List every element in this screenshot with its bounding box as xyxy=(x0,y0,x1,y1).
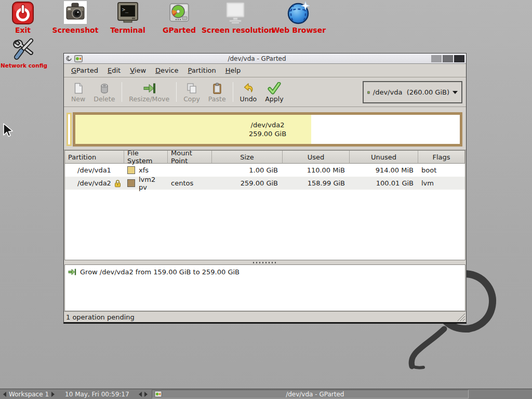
desktop-icon-label: Screen resolution xyxy=(202,26,269,34)
unused-value: 100.01 GiB xyxy=(350,177,418,190)
new-button[interactable]: New xyxy=(67,78,89,105)
menu-partition[interactable]: Partition xyxy=(184,65,220,76)
used-value: 110.00 MiB xyxy=(283,164,350,177)
operation-item[interactable]: Grow /dev/vda2 from 159.00 GiB to 259.00… xyxy=(68,268,462,276)
desktop-icon-network-config[interactable]: Network config xyxy=(0,37,58,69)
taskbar-window-button[interactable]: /dev/vda - GParted xyxy=(152,390,469,398)
partition-visual-label: /dev/vda2 xyxy=(251,121,285,129)
device-disk-icon xyxy=(367,87,370,98)
paste-icon xyxy=(211,82,223,95)
workspace-next-icon[interactable] xyxy=(51,392,55,397)
menu-help[interactable]: Help xyxy=(221,65,245,76)
filesystem-color-swatch xyxy=(127,166,135,174)
menu-device[interactable]: Device xyxy=(151,65,182,76)
undo-button[interactable]: Undo xyxy=(236,78,261,105)
maximize-button[interactable] xyxy=(443,55,453,62)
window-menu-spiral-icon[interactable] xyxy=(65,55,72,62)
camera-icon xyxy=(64,1,87,25)
disk-visual-area: /dev/vda2 259.00 GiB xyxy=(64,107,466,150)
table-row-vda2[interactable]: /dev/vda2 lvm2 pv centos 259.00 GiB 158.… xyxy=(65,177,465,190)
delete-button[interactable]: Delete xyxy=(89,78,119,105)
pending-operations-panel: Grow /dev/vda2 from 159.00 GiB to 259.00… xyxy=(64,264,466,311)
column-header-size[interactable]: Size xyxy=(212,151,283,164)
titlebar[interactable]: /dev/vda - GParted xyxy=(64,54,466,64)
menu-gparted[interactable]: GParted xyxy=(67,65,102,76)
terminal-icon: >_ xyxy=(116,1,139,25)
partition-visual-vda1[interactable] xyxy=(66,113,72,146)
toolbar-separator xyxy=(233,82,233,102)
filesystem-name: xfs xyxy=(139,166,149,174)
grow-operation-icon xyxy=(68,268,76,276)
statusbar: 1 operation pending xyxy=(64,311,466,322)
taskbar-window-title: /dev/vda - GParted xyxy=(164,391,466,398)
size-value: 259.00 GiB xyxy=(212,177,283,190)
desktop-icon-screen-resolution[interactable]: Screen resolution xyxy=(202,1,269,34)
splitter-grip-dots xyxy=(253,262,277,263)
menubar: GParted Edit View Device Partition Help xyxy=(64,64,466,77)
chevron-down-icon xyxy=(453,91,458,94)
window-title: /dev/vda - GParted xyxy=(85,55,429,62)
clock: 10 May, Fri 00:59:17 xyxy=(65,391,129,398)
size-value: 1.00 GiB xyxy=(212,164,283,177)
column-header-unused[interactable]: Unused xyxy=(350,151,418,164)
new-partition-icon xyxy=(72,82,85,95)
partition-visual-size: 259.00 GiB xyxy=(249,129,286,138)
table-row-vda1[interactable]: /dev/vda1 xfs 1.00 GiB 110.00 MiB 914.00… xyxy=(65,164,465,177)
paste-button[interactable]: Paste xyxy=(204,78,230,105)
partition-name: /dev/vda2 xyxy=(77,179,111,187)
operation-text: Grow /dev/vda2 from 159.00 GiB to 259.00… xyxy=(80,268,240,276)
toolbar-separator xyxy=(122,82,122,102)
taskbar: Workspace 1 10 May, Fri 00:59:17 /dev/vd… xyxy=(0,389,532,399)
exit-power-icon xyxy=(11,1,34,25)
apply-checkmark-icon xyxy=(268,82,281,95)
column-header-filesystem[interactable]: File System xyxy=(124,151,168,164)
gparted-disk-icon xyxy=(168,1,191,25)
device-combo-label: /dev/vda (260.00 GiB) xyxy=(373,88,449,96)
pane-splitter[interactable] xyxy=(64,260,466,264)
mouse-cursor xyxy=(2,123,14,138)
workspace-label[interactable]: Workspace 1 xyxy=(9,391,49,398)
column-header-flags[interactable]: Flags xyxy=(418,151,465,164)
resize-move-button[interactable]: Resize/Move xyxy=(125,78,174,105)
resize-grip[interactable] xyxy=(457,313,466,322)
apply-button[interactable]: Apply xyxy=(261,78,287,105)
tasklist-prev-icon[interactable] xyxy=(139,392,142,397)
undo-icon xyxy=(242,82,255,95)
copy-button[interactable]: Copy xyxy=(179,78,204,105)
lock-icon xyxy=(114,179,121,188)
minimize-button[interactable] xyxy=(431,55,442,62)
menu-edit[interactable]: Edit xyxy=(103,65,125,76)
delete-partition-icon xyxy=(98,82,111,95)
svg-text:>_: >_ xyxy=(122,7,129,13)
desktop-icon-label: Web Browser xyxy=(265,26,332,34)
column-header-partition[interactable]: Partition xyxy=(65,151,124,164)
partition-table: Partition File System Mount Point Size U… xyxy=(64,150,466,260)
desktop-icon-web-browser[interactable]: Web Browser xyxy=(265,1,332,34)
partition-visual-vda2[interactable]: /dev/vda2 259.00 GiB xyxy=(73,112,462,147)
unused-value: 914.00 MiB xyxy=(350,164,418,177)
workspace-prev-icon[interactable] xyxy=(3,392,6,397)
tasklist-next-icon[interactable] xyxy=(144,392,148,397)
monitor-icon xyxy=(224,1,247,25)
table-header-row: Partition File System Mount Point Size U… xyxy=(65,151,465,164)
filesystem-color-swatch xyxy=(127,179,135,187)
close-button[interactable] xyxy=(454,55,464,62)
filesystem-name: lvm2 pv xyxy=(139,176,165,191)
mount-point xyxy=(168,164,212,177)
device-combo[interactable]: /dev/vda (260.00 GiB) xyxy=(363,81,462,103)
flags-value: lvm xyxy=(418,177,465,190)
toolbar-separator xyxy=(176,82,177,102)
desktop-icon-label: Network config xyxy=(0,62,58,69)
column-header-mountpoint[interactable]: Mount Point xyxy=(168,151,212,164)
globe-icon xyxy=(287,1,310,25)
menu-view[interactable]: View xyxy=(126,65,150,76)
gparted-window: /dev/vda - GParted GParted Edit View Dev… xyxy=(63,53,467,324)
toolbar: New Delete Resize/Move Copy xyxy=(64,77,466,107)
tools-icon xyxy=(12,37,35,61)
column-header-used[interactable]: Used xyxy=(283,151,350,164)
mount-point: centos xyxy=(168,177,212,190)
gparted-app-icon xyxy=(154,391,162,397)
resize-move-icon xyxy=(142,82,156,95)
gparted-app-icon xyxy=(74,55,83,62)
partition-name: /dev/vda1 xyxy=(77,166,111,174)
